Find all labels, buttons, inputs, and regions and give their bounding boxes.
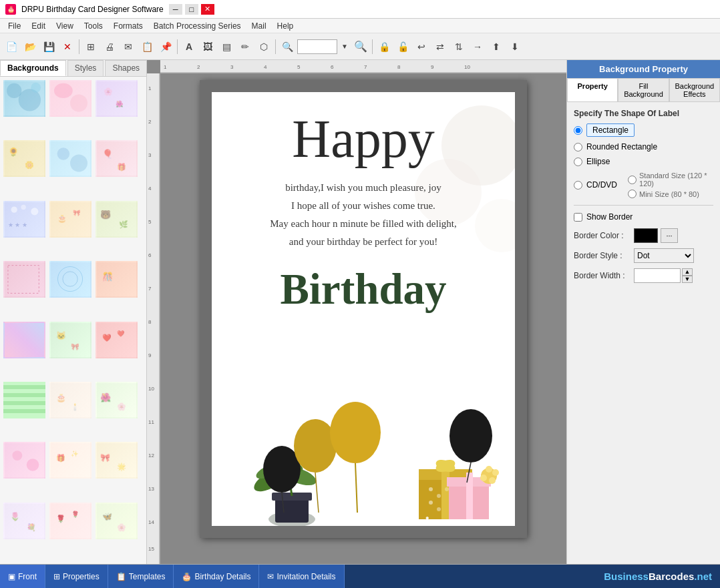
text-button[interactable]: A — [180, 38, 198, 55]
bg-thumb-24[interactable]: 🦋🌸 — [96, 503, 138, 539]
email-button[interactable]: ✉ — [120, 38, 137, 55]
border-color-box[interactable] — [634, 228, 658, 243]
align-bottom-button[interactable]: ⬇ — [506, 38, 524, 55]
bg-thumb-7[interactable]: ★ ★ ★ — [3, 201, 45, 238]
border-width-input[interactable]: 1 — [634, 268, 681, 283]
bg-thumb-8[interactable]: 🎂🎀 — [49, 201, 92, 238]
minimize-button[interactable]: ─ — [169, 4, 182, 15]
bg-thumb-20[interactable]: 🎁✨ — [49, 442, 92, 479]
tab-shapes[interactable]: Shapes — [105, 60, 147, 76]
bg-thumb-5[interactable] — [49, 140, 92, 177]
bg-thumb-23[interactable]: 🌹🌹 — [49, 503, 92, 539]
menu-item-mail[interactable]: Mail — [246, 20, 272, 32]
cd-standard-radio[interactable] — [628, 176, 637, 184]
unlock-button[interactable]: 🔓 — [394, 38, 411, 55]
delete-button[interactable]: ✕ — [59, 38, 76, 55]
right-panel: Background Property Property Fill Backgr… — [566, 60, 720, 564]
svg-text:🐱: 🐱 — [56, 330, 67, 340]
draw-button[interactable]: ✏ — [236, 38, 254, 55]
prop-tab-effects[interactable]: Background Effects — [669, 78, 720, 101]
shape-rounded-radio[interactable] — [574, 143, 582, 152]
status-front-button[interactable]: ▣ Front — [0, 565, 45, 588]
prop-tab-property[interactable]: Property — [567, 78, 618, 101]
bg-thumb-4[interactable]: 🌻🌼 — [3, 140, 45, 177]
flip-h-button[interactable]: ⇄ — [431, 38, 449, 55]
menu-item-formats[interactable]: Formats — [108, 20, 148, 32]
bg-thumb-9[interactable]: 🐻🌿 — [96, 201, 138, 238]
zoom-input[interactable]: 200% — [297, 39, 337, 54]
shape-ellipse-radio[interactable] — [574, 158, 582, 166]
border-width-down[interactable]: ▼ — [682, 276, 693, 283]
border-style-select[interactable]: Dot Dash Solid — [634, 248, 694, 263]
save-button[interactable]: 💾 — [40, 38, 57, 55]
bg-thumb-3[interactable]: 🌸🌺 — [96, 80, 138, 117]
menu-item-file[interactable]: File — [3, 20, 26, 32]
maximize-button[interactable]: □ — [185, 4, 198, 15]
status-invitation-button[interactable]: ✉ Invitation Details — [259, 565, 344, 588]
tab-backgrounds[interactable]: Backgrounds — [0, 60, 66, 76]
menu-item-batch-processing-series[interactable]: Batch Processing Series — [148, 20, 246, 32]
front-label: Front — [18, 572, 37, 581]
open-button[interactable]: 📂 — [21, 38, 39, 55]
menu-item-help[interactable]: Help — [272, 20, 299, 32]
bg-thumb-1[interactable] — [3, 80, 45, 117]
zoom-in-button[interactable]: 🔍 — [352, 38, 369, 55]
svg-text:🎂: 🎂 — [57, 214, 67, 223]
svg-text:12: 12 — [148, 453, 154, 459]
svg-point-22 — [57, 267, 82, 292]
bg-thumb-15[interactable]: ❤️❤️ — [96, 322, 138, 358]
shape-rectangle-radio[interactable] — [574, 126, 582, 135]
biz-logo: BusinessBarcodes.net — [596, 568, 720, 585]
invitation-icon: ✉ — [267, 572, 274, 581]
menu-item-tools[interactable]: Tools — [79, 20, 108, 32]
new-button[interactable]: 📄 — [3, 38, 20, 55]
forward-button[interactable]: → — [469, 38, 486, 55]
bg-thumb-2[interactable] — [49, 80, 92, 117]
undo-button[interactable]: ↩ — [413, 38, 430, 55]
prop-tab-fill[interactable]: Fill Background — [618, 78, 669, 101]
bg-thumb-17[interactable]: 🎂🕯️ — [49, 382, 92, 418]
bg-thumb-16[interactable] — [3, 382, 45, 418]
print-preview-button[interactable]: ⊞ — [82, 38, 100, 55]
paste-button[interactable]: 📌 — [157, 38, 174, 55]
status-properties-button[interactable]: ⊞ Properties — [45, 565, 108, 588]
bg-thumb-10[interactable] — [3, 261, 45, 298]
bg-thumb-22[interactable]: 🌷💐 — [3, 503, 45, 539]
border-width-up[interactable]: ▲ — [682, 268, 693, 276]
lock-button[interactable]: 🔒 — [375, 38, 393, 55]
image-button[interactable]: 🖼 — [199, 38, 216, 55]
bg-thumb-19[interactable] — [3, 442, 45, 479]
barcode-button[interactable]: ▤ — [218, 38, 235, 55]
bg-thumb-11[interactable] — [49, 261, 92, 298]
bg-thumb-6[interactable]: 🎈🎁 — [96, 140, 138, 177]
tab-styles[interactable]: Styles — [67, 60, 104, 76]
flip-v-button[interactable]: ⇅ — [450, 38, 468, 55]
menu-item-view[interactable]: View — [51, 20, 79, 32]
bg-thumb-21[interactable]: 🎀🌟 — [96, 442, 138, 479]
invitation-label: Invitation Details — [277, 572, 335, 581]
zoom-out-button[interactable]: 🔍 — [279, 38, 296, 55]
border-color-picker-button[interactable]: ··· — [661, 228, 678, 243]
bg-thumb-14[interactable]: 🐱🎀 — [49, 322, 92, 358]
svg-text:9: 9 — [148, 352, 152, 358]
print-button[interactable]: 🖨 — [101, 38, 118, 55]
align-top-button[interactable]: ⬆ — [488, 38, 505, 55]
svg-text:🌸: 🌸 — [104, 87, 113, 96]
svg-point-35 — [27, 459, 39, 471]
copy-button[interactable]: 📋 — [138, 38, 156, 55]
bg-thumb-12[interactable]: 🎊 — [96, 261, 138, 298]
bg-thumb-18[interactable]: 🌺🌸 — [96, 382, 138, 418]
status-birthday-button[interactable]: 🎂 Birthday Details — [174, 565, 259, 588]
shape-button[interactable]: ⬡ — [255, 38, 273, 55]
bg-thumb-13[interactable] — [3, 322, 45, 358]
show-border-checkbox[interactable] — [574, 213, 582, 222]
menu-item-edit[interactable]: Edit — [26, 20, 51, 32]
svg-text:6: 6 — [331, 64, 334, 70]
shape-cddvd-radio[interactable] — [574, 181, 582, 190]
svg-point-10 — [70, 155, 87, 172]
shape-cddvd-row: CD/DVD Standard Size (120 * 120) Mini Si… — [574, 172, 713, 198]
close-button[interactable]: ✕ — [201, 4, 214, 15]
status-templates-button[interactable]: 📋 Templates — [108, 565, 174, 588]
zoom-dropdown[interactable]: ▼ — [339, 38, 351, 55]
cd-mini-radio[interactable] — [628, 190, 637, 198]
